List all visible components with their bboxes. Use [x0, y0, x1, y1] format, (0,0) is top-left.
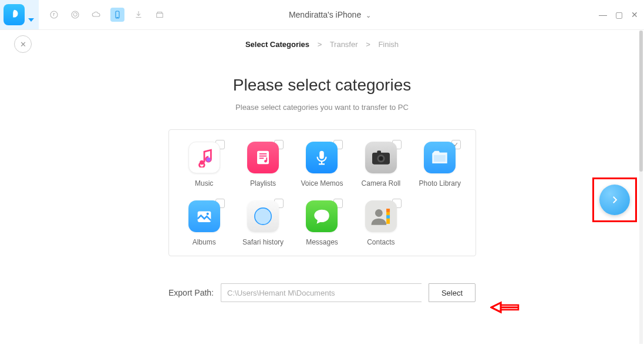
category-camera-roll[interactable]: Camera Roll [352, 142, 410, 187]
safari-icon [247, 200, 279, 232]
category-label: Messages [306, 238, 338, 246]
breadcrumb-sep-icon: > [318, 40, 322, 49]
app-logo-region[interactable] [0, 0, 39, 29]
category-label: Voice Memos [301, 179, 343, 187]
playlists-icon [247, 142, 279, 173]
category-contacts[interactable]: Contacts [352, 200, 410, 246]
svg-point-22 [255, 209, 271, 225]
svg-point-17 [379, 156, 383, 160]
category-label: Photo Library [419, 179, 461, 187]
annotation-arrow-icon [490, 300, 520, 317]
category-label: Contacts [367, 238, 395, 246]
scrollbar-thumb[interactable] [639, 31, 643, 172]
music-tab-icon[interactable] [47, 8, 61, 22]
chevron-right-icon [609, 195, 620, 205]
page-title: Please select categories [0, 76, 644, 95]
category-label: Camera Roll [362, 179, 401, 187]
app-menu-caret-icon [28, 18, 34, 22]
category-label: Playlists [250, 179, 276, 187]
close-panel-button[interactable]: ✕ [14, 35, 32, 53]
messages-icon [306, 200, 338, 232]
category-label: Music [195, 179, 213, 187]
breadcrumb-step-3: Finish [378, 40, 399, 49]
select-path-button[interactable]: Select [429, 283, 476, 302]
export-path-input[interactable] [221, 283, 422, 302]
category-voice-memos[interactable]: Voice Memos [292, 142, 351, 187]
music-icon [188, 142, 220, 173]
albums-icon [188, 200, 220, 232]
category-label: Safari history [242, 238, 284, 246]
microphone-icon [306, 142, 338, 173]
export-path-label: Export Path: [168, 288, 214, 297]
category-messages[interactable]: Messages [292, 200, 351, 246]
page-subtitle: Please select categories you want to tra… [0, 103, 644, 112]
vertical-scrollbar[interactable] [639, 31, 643, 344]
close-window-button[interactable]: ✕ [631, 11, 638, 19]
category-music[interactable]: Music [175, 142, 234, 187]
category-photo-library[interactable]: ✓ Photo Library [410, 142, 469, 187]
minimize-button[interactable]: — [599, 11, 607, 19]
app-logo-icon [4, 4, 25, 25]
breadcrumb-sep-icon: > [366, 40, 370, 49]
category-albums[interactable]: Albums [175, 200, 234, 246]
category-label: Albums [193, 238, 216, 246]
category-playlists[interactable]: Playlists [234, 142, 292, 187]
svg-point-4 [200, 160, 204, 165]
breadcrumb-step-1: Select Categories [245, 40, 309, 49]
svg-rect-26 [386, 215, 390, 219]
title-bar: Mendiratta's iPhone ⌄ — ▢ ✕ [0, 0, 644, 30]
export-path-row: Export Path: Select [0, 283, 644, 302]
svg-rect-11 [320, 151, 325, 159]
window-controls: — ▢ ✕ [599, 11, 638, 19]
svg-rect-25 [386, 209, 390, 212]
svg-point-5 [206, 158, 210, 162]
category-safari-history[interactable]: Safari history [234, 200, 292, 246]
breadcrumb-step-2: Transfer [330, 40, 358, 49]
svg-point-0 [50, 11, 58, 18]
svg-point-23 [375, 209, 383, 217]
chevron-down-icon: ⌄ [366, 12, 371, 19]
next-button[interactable] [599, 185, 630, 215]
device-title-text: Mendiratta's iPhone [289, 10, 361, 19]
annotation-highlight-box [592, 177, 637, 222]
device-dropdown[interactable]: Mendiratta's iPhone ⌄ [61, 10, 599, 19]
breadcrumb: Select Categories > Transfer > Finish [0, 40, 644, 49]
svg-point-20 [206, 213, 208, 215]
camera-icon [365, 142, 397, 173]
photo-library-icon [424, 142, 456, 173]
maximize-button[interactable]: ▢ [615, 11, 623, 19]
svg-rect-18 [434, 155, 446, 162]
contacts-icon [365, 200, 397, 232]
category-grid: Music Playlists Voice Memos Camera Roll … [175, 142, 470, 246]
category-panel: Music Playlists Voice Memos Camera Roll … [168, 129, 476, 256]
svg-rect-15 [377, 150, 381, 153]
